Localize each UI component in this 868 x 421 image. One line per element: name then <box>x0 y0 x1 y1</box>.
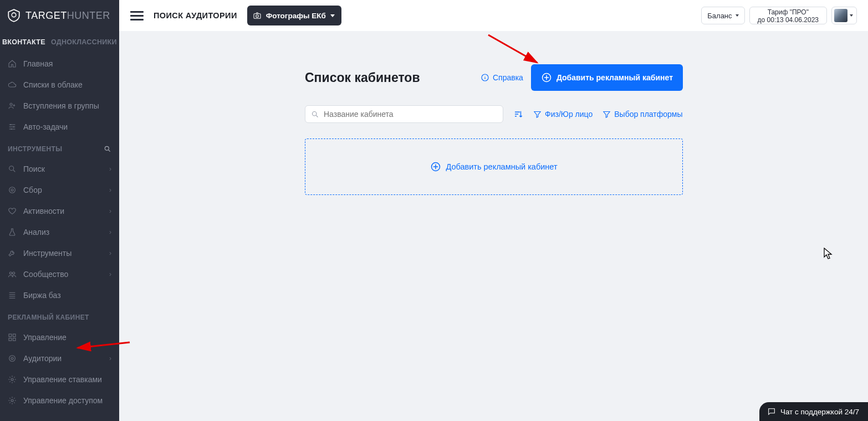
svg-point-2 <box>10 124 11 125</box>
svg-point-23 <box>313 111 317 116</box>
nav-collect[interactable]: Сбор › <box>0 179 119 201</box>
balance-label: Баланс <box>707 12 732 20</box>
svg-rect-13 <box>9 338 12 341</box>
plus-circle-icon <box>541 72 552 83</box>
nav-label: Главная <box>23 59 53 68</box>
sort-icon <box>513 109 523 119</box>
svg-point-10 <box>13 272 15 274</box>
nav-activities[interactable]: Активности › <box>0 201 119 222</box>
tariff-info[interactable]: Тариф "ПРО" до 00:13 04.06.2023 <box>749 7 827 24</box>
chevron-right-icon: › <box>109 207 111 215</box>
search-icon <box>8 165 17 173</box>
header: ПОИСК АУДИТОРИИ Фотографы ЕКб Баланс Тар… <box>119 0 868 31</box>
svg-rect-19 <box>254 14 261 19</box>
plus-circle-icon <box>430 161 441 172</box>
chevron-right-icon: › <box>109 186 111 194</box>
nav-search[interactable]: Поиск › <box>0 158 119 179</box>
flask-icon <box>8 228 17 237</box>
help-label: Справка <box>493 73 523 82</box>
list-icon <box>8 291 17 300</box>
nav-label: Сообщество <box>23 270 68 279</box>
section-label: РЕКЛАМНЫЙ КАБИНЕТ <box>8 314 89 321</box>
svg-point-8 <box>11 189 13 191</box>
caret-down-icon <box>850 14 853 17</box>
support-chat-widget[interactable]: Чат с поддержкой 24/7 <box>759 402 868 421</box>
gear-icon <box>8 396 17 405</box>
logo-text: TARGETHUNTER <box>25 10 110 22</box>
nav-tools-item[interactable]: Инструменты › <box>0 243 119 264</box>
users-plus-icon <box>8 101 17 110</box>
nav-label: Анализ <box>23 228 49 237</box>
svg-point-9 <box>9 272 12 274</box>
camera-icon <box>253 11 262 20</box>
chevron-right-icon: › <box>109 355 111 362</box>
chevron-right-icon: › <box>109 165 111 173</box>
caret-down-icon <box>736 14 739 17</box>
cabinet-search-input[interactable] <box>324 110 497 119</box>
sort-button[interactable] <box>513 109 523 119</box>
svg-point-20 <box>256 15 258 18</box>
chevron-right-icon: › <box>109 270 111 278</box>
svg-point-18 <box>11 399 13 402</box>
logo-icon <box>7 8 21 23</box>
nav-label: Аудитории <box>23 354 62 363</box>
nav-label: Сбор <box>23 186 42 194</box>
nav-home[interactable]: Главная <box>0 53 119 74</box>
nav-management[interactable]: Управление <box>0 327 119 348</box>
filter-label: Физ/Юр лицо <box>545 110 593 119</box>
nav-access-management[interactable]: Управление доступом <box>0 390 119 411</box>
svg-rect-11 <box>9 334 12 337</box>
nav-community[interactable]: Сообщество › <box>0 264 119 285</box>
tariff-name: Тариф "ПРО" <box>758 8 819 16</box>
logo[interactable]: TARGETHUNTER <box>0 0 119 31</box>
funnel-icon <box>533 110 542 119</box>
search-field[interactable] <box>305 105 503 123</box>
heart-icon <box>8 207 17 215</box>
nav-database-market[interactable]: Биржа баз <box>0 285 119 306</box>
add-cabinet-button[interactable]: Добавить рекламный кабинет <box>531 64 683 91</box>
filter-label: Выбор платформы <box>614 110 682 119</box>
nav-audiences[interactable]: Аудитории › <box>0 348 119 369</box>
section-tools: ИНСТРУМЕНТЫ <box>0 137 119 158</box>
tab-odnoklassniki[interactable]: ОДНОКЛАССНИКИ <box>51 38 117 46</box>
nav-label: Поиск <box>23 165 45 173</box>
svg-point-4 <box>11 129 12 130</box>
nav-bid-management[interactable]: Управление ставками <box>0 369 119 390</box>
nav-analysis[interactable]: Анализ › <box>0 222 119 243</box>
filter-platform[interactable]: Выбор платформы <box>603 110 682 119</box>
dropzone-label: Добавить рекламный кабинет <box>446 162 557 171</box>
project-selector[interactable]: Фотографы ЕКб <box>247 6 341 25</box>
social-tabs: ВКОНТАКТЕ ОДНОКЛАССНИКИ <box>0 31 119 53</box>
nav-auto-tasks[interactable]: Авто-задачи <box>0 116 119 137</box>
chat-icon <box>767 407 776 416</box>
nav-group-joins[interactable]: Вступления в группы <box>0 95 119 116</box>
nav-label: Инструменты <box>23 249 72 258</box>
content-title: Список кабинетов <box>305 70 420 85</box>
grid-icon <box>8 333 17 342</box>
funnel-icon <box>603 110 611 119</box>
svg-rect-12 <box>13 334 16 337</box>
page-title: ПОИСК АУДИТОРИИ <box>154 11 237 20</box>
nav-label: Управление ставками <box>23 375 102 384</box>
filters-row: Физ/Юр лицо Выбор платформы <box>305 105 683 123</box>
add-cabinet-dropzone[interactable]: Добавить рекламный кабинет <box>305 138 683 195</box>
section-label: ИНСТРУМЕНТЫ <box>8 145 62 153</box>
home-icon <box>8 59 17 68</box>
balance-button[interactable]: Баланс <box>701 7 744 24</box>
nav-cloud-lists[interactable]: Списки в облаке <box>0 74 119 95</box>
avatar <box>834 9 847 22</box>
filter-person-type[interactable]: Физ/Юр лицо <box>533 110 593 119</box>
target-icon <box>8 354 17 363</box>
nav-label: Управление доступом <box>23 396 103 405</box>
search-icon[interactable] <box>104 145 111 153</box>
tariff-expiry: до 00:13 04.06.2023 <box>758 16 819 24</box>
info-icon <box>481 73 489 82</box>
tab-vkontakte[interactable]: ВКОНТАКТЕ <box>2 38 45 46</box>
section-ads-cabinet: РЕКЛАМНЫЙ КАБИНЕТ <box>0 306 119 327</box>
help-link[interactable]: Справка <box>481 73 523 82</box>
menu-toggle-button[interactable] <box>130 9 144 22</box>
chevron-right-icon: › <box>109 228 111 236</box>
svg-point-0 <box>12 13 16 17</box>
nav-label: Списки в облаке <box>23 80 83 89</box>
user-menu[interactable] <box>831 7 857 24</box>
